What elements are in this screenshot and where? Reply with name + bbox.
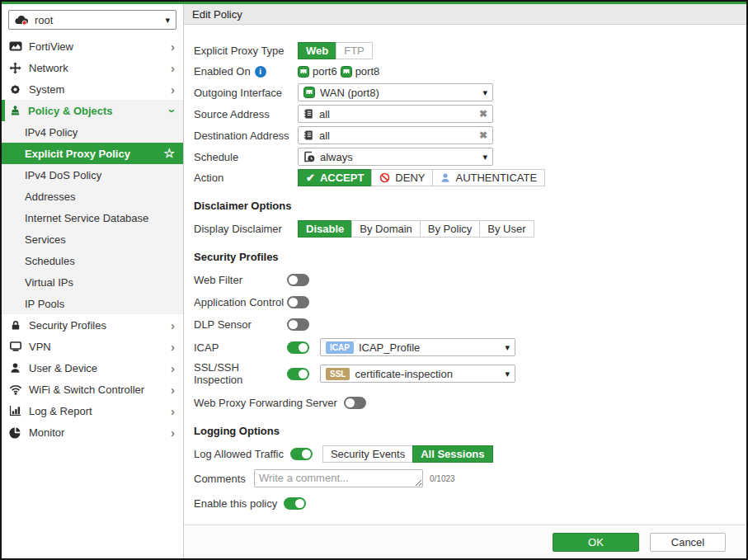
chevron-right-icon: › [171, 362, 175, 374]
destination-address-value: all [319, 129, 330, 142]
icap-label: ICAP [194, 341, 287, 354]
action-accept-option[interactable]: ✔ ACCEPT [298, 169, 372, 186]
source-address-label: Source Address [194, 108, 298, 120]
log-all-sessions-option[interactable]: All Sessions [412, 445, 492, 463]
sub-item-label: Internet Service Database [25, 212, 148, 224]
sidebar-item-vpn[interactable]: VPN › [2, 336, 183, 357]
remove-icon[interactable]: ✖ [479, 108, 487, 120]
comments-label: Comments [194, 473, 254, 485]
action-authenticate-option[interactable]: AUTHENTICATE [432, 169, 545, 186]
sidebar-item-fortiview[interactable]: FortiView › [2, 35, 183, 57]
schedule-select[interactable]: always ▾ [298, 148, 493, 166]
info-icon[interactable]: i [255, 66, 266, 78]
sidebar-item-services[interactable]: Services [2, 228, 183, 250]
vdom-select[interactable]: root ▾ [8, 10, 176, 30]
sidebar-item-ipv4-dos-policy[interactable]: IPv4 DoS Policy [2, 164, 183, 186]
port-label: port6 [313, 65, 337, 78]
sidebar-item-monitor[interactable]: Monitor › [2, 421, 183, 443]
cancel-button[interactable]: Cancel [650, 533, 726, 552]
sidebar-item-virtual-ips[interactable]: Virtual IPs [2, 271, 183, 293]
policy-objects-group: Policy & Objects › IPv4 Policy Explicit … [2, 100, 183, 314]
chevron-right-icon: › [171, 83, 175, 96]
page-title: Edit Policy [192, 8, 242, 21]
port-label: port8 [355, 65, 380, 78]
deny-icon [379, 172, 390, 183]
enable-this-policy-toggle[interactable] [284, 497, 306, 510]
enable-this-policy-label: Enable this policy [194, 497, 277, 510]
sidebar-item-network[interactable]: Network › [2, 57, 183, 78]
sidebar-item-label: VPN [29, 341, 51, 353]
web-proxy-forwarding-toggle[interactable] [344, 397, 366, 409]
sidebar-item-addresses[interactable]: Addresses [2, 186, 183, 207]
action-authenticate-label: AUTHENTICATE [455, 172, 537, 184]
action-deny-option[interactable]: DENY [371, 169, 433, 186]
application-control-label: Application Control [194, 296, 287, 308]
sidebar-item-explicit-proxy-policy[interactable]: Explicit Proxy Policy ☆ [2, 143, 183, 164]
proxy-type-web-option[interactable]: Web [298, 42, 336, 59]
action-segment: ✔ ACCEPT DENY [298, 169, 545, 186]
user-icon [8, 362, 22, 374]
web-filter-toggle[interactable] [287, 274, 309, 286]
sub-item-label: Virtual IPs [25, 276, 73, 289]
sidebar-item-ipv4-policy[interactable]: IPv4 Policy [2, 121, 183, 143]
policy-stamp-icon [8, 105, 22, 117]
ok-button[interactable]: OK [553, 533, 639, 552]
port8-entry[interactable]: port8 [341, 65, 380, 78]
schedule-value: always [320, 151, 353, 163]
sidebar-item-internet-service-database[interactable]: Internet Service Database [2, 207, 183, 228]
web-filter-label: Web Filter [194, 274, 287, 286]
sidebar-item-log-report[interactable]: Log & Report › [2, 400, 183, 421]
address-book-icon [303, 108, 314, 120]
logging-options-header: Logging Options [194, 425, 746, 437]
sidebar-item-ip-pools[interactable]: IP Pools [2, 293, 183, 314]
source-address-field[interactable]: all ✖ [298, 105, 493, 123]
outgoing-interface-label: Outgoing Interface [194, 87, 298, 99]
proxy-type-ftp-option[interactable]: FTP [336, 42, 373, 59]
ethernet-port-icon [298, 66, 309, 78]
sub-item-label: IP Pools [25, 298, 64, 310]
action-label: Action [194, 172, 298, 184]
enabled-on-label-text: Enabled On [194, 65, 251, 78]
ssl-ssh-inspection-label: SSL/SSH Inspection [194, 361, 287, 386]
sidebar-item-policy-objects[interactable]: Policy & Objects › [2, 100, 183, 121]
form-footer: OK Cancel [184, 525, 746, 558]
sidebar-item-label: Monitor [29, 426, 64, 439]
ssl-inspection-value: certificate-inspection [355, 368, 453, 380]
log-allowed-traffic-toggle[interactable] [290, 448, 313, 460]
icap-toggle[interactable] [287, 341, 309, 354]
disclaimer-options-header: Disclaimer Options [194, 200, 746, 212]
log-allowed-traffic-segment: Security Events All Sessions [322, 445, 493, 463]
log-security-events-option[interactable]: Security Events [322, 445, 413, 463]
port6-entry[interactable]: port6 [298, 65, 337, 78]
dlp-sensor-label: DLP Sensor [194, 318, 287, 331]
ethernet-port-icon [303, 87, 315, 98]
dlp-sensor-toggle[interactable] [287, 318, 309, 331]
sidebar-item-label: Log & Report [29, 405, 92, 417]
application-control-toggle[interactable] [287, 296, 309, 308]
comments-input[interactable] [254, 469, 423, 487]
chevron-right-icon: › [171, 319, 175, 332]
sidebar-item-security-profiles[interactable]: Security Profiles › [2, 314, 183, 336]
icap-profile-select[interactable]: ICAP ICAP_Profile ▾ [320, 338, 515, 356]
disclaimer-by-policy-option[interactable]: By Policy [420, 220, 480, 238]
dropdown-caret-icon: ▾ [505, 342, 510, 353]
wifi-icon [8, 384, 22, 395]
outgoing-interface-select[interactable]: WAN (port8) ▾ [298, 83, 493, 101]
sidebar-item-label: Network [29, 62, 68, 74]
disclaimer-by-domain-option[interactable]: By Domain [351, 220, 421, 238]
disclaimer-by-user-option[interactable]: By User [479, 220, 534, 238]
disclaimer-disable-option[interactable]: Disable [298, 220, 352, 238]
remove-icon[interactable]: ✖ [479, 129, 487, 141]
sidebar-item-system[interactable]: System › [2, 78, 183, 100]
sidebar-item-wifi-switch[interactable]: WiFi & Switch Controller › [2, 379, 183, 400]
vpn-monitor-icon [8, 341, 22, 352]
sidebar-item-user-device[interactable]: User & Device › [2, 357, 183, 379]
ssl-inspection-select[interactable]: SSL certificate-inspection ▾ [320, 365, 515, 383]
main-panel: Edit Policy Explicit Proxy Type Web FTP … [184, 4, 746, 558]
favorite-star-icon[interactable]: ☆ [164, 146, 175, 161]
caret-down-icon: ▾ [165, 15, 170, 26]
ssl-ssh-inspection-toggle[interactable] [287, 368, 309, 380]
sidebar-item-schedules[interactable]: Schedules [2, 250, 183, 271]
destination-address-field[interactable]: all ✖ [298, 126, 493, 144]
icap-profile-value: ICAP_Profile [359, 341, 420, 354]
